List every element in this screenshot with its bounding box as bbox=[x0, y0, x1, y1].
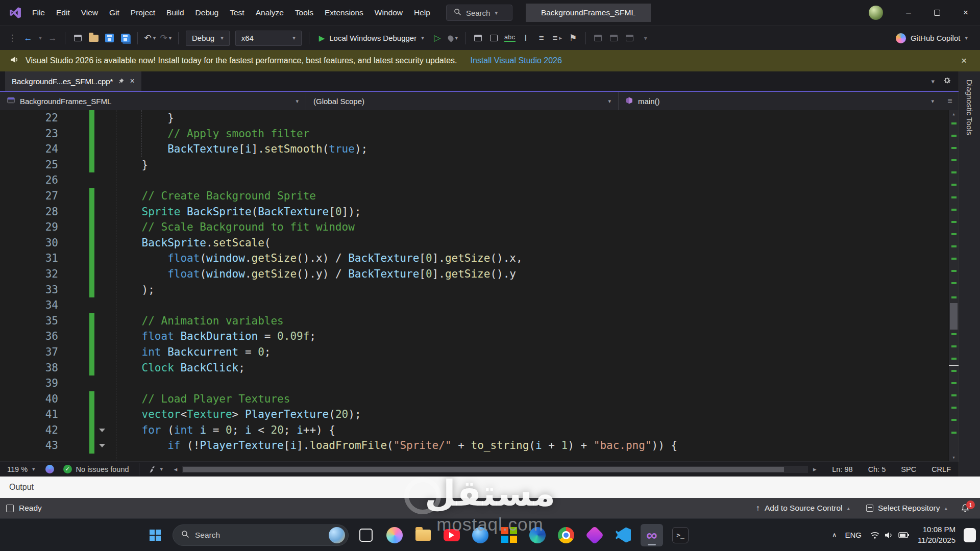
ime-cursor-button[interactable]: I bbox=[519, 30, 533, 46]
scope-dropdown[interactable]: (Global Scope) ▾ bbox=[306, 92, 619, 110]
navigate-back-button[interactable]: ← bbox=[21, 30, 35, 46]
maximize-button[interactable] bbox=[923, 0, 951, 26]
microsoft-store-button[interactable] bbox=[498, 524, 520, 546]
menu-test[interactable]: Test bbox=[224, 0, 250, 26]
code-line[interactable]: 24 BackTexture[i].setSmooth(true); bbox=[0, 141, 959, 157]
visual-studio-button[interactable]: ∞ bbox=[641, 524, 663, 546]
menu-window[interactable]: Window bbox=[369, 0, 408, 26]
code-line[interactable]: 35 // Animation variables bbox=[0, 313, 959, 329]
save-button[interactable] bbox=[102, 30, 116, 46]
chrome-button[interactable] bbox=[555, 524, 577, 546]
code-line[interactable]: 42 for (int i = 0; i < 20; i++) { bbox=[0, 422, 959, 438]
scroll-right-icon[interactable]: ▸ bbox=[808, 465, 821, 473]
menu-edit[interactable]: Edit bbox=[51, 0, 76, 26]
project-dropdown[interactable]: BackgroundFrames_SFML ▾ bbox=[0, 92, 306, 110]
code-line[interactable]: 39 bbox=[0, 375, 959, 391]
edge-button[interactable] bbox=[526, 524, 549, 546]
taskbar-clock[interactable]: 10:08 PM 11/20/2025 bbox=[918, 524, 955, 545]
code-line[interactable]: 32 float(window.getSize().y) / BackTextu… bbox=[0, 266, 959, 282]
spell-check-button[interactable]: abc bbox=[503, 30, 517, 46]
code-line[interactable]: 26 bbox=[0, 172, 959, 188]
disabled-tool-button[interactable] bbox=[591, 30, 605, 46]
taskbar-search[interactable]: Search bbox=[173, 524, 349, 546]
whitespace-indicator[interactable]: SPC bbox=[893, 465, 924, 473]
find-in-files-button[interactable] bbox=[471, 30, 485, 46]
install-vs2026-link[interactable]: Install Visual Studio 2026 bbox=[471, 56, 562, 65]
menu-extensions[interactable]: Extensions bbox=[319, 0, 369, 26]
redo-button[interactable]: ↷▾ bbox=[159, 30, 173, 46]
pin-icon[interactable] bbox=[118, 77, 125, 86]
scrollbar-thumb[interactable] bbox=[950, 303, 958, 330]
copilot-app-button[interactable] bbox=[383, 524, 406, 546]
system-tray[interactable] bbox=[870, 531, 910, 539]
code-line[interactable]: 22 } bbox=[0, 110, 959, 126]
tray-overflow-chevron-icon[interactable]: ∧ bbox=[832, 531, 837, 539]
open-folder-button[interactable] bbox=[86, 30, 101, 46]
menu-debug[interactable]: Debug bbox=[190, 0, 225, 26]
close-button[interactable]: × bbox=[951, 0, 980, 26]
issues-indicator[interactable]: ✓ No issues found bbox=[57, 465, 135, 473]
select-repository-button[interactable]: Select Repository ▴ bbox=[858, 498, 955, 518]
github-copilot-button[interactable]: GitHub Copilot ▾ bbox=[896, 33, 975, 43]
youtube-button[interactable] bbox=[440, 524, 463, 546]
scroll-up-icon[interactable]: ▴ bbox=[949, 111, 959, 117]
bookmark-button[interactable]: ⚑ bbox=[566, 30, 580, 46]
start-debugging-button[interactable]: ▶ Local Windows Debugger ▾ bbox=[314, 34, 429, 43]
infobar-close-icon[interactable]: × bbox=[957, 55, 971, 66]
code-line[interactable]: 31 float(window.getSize().x) / BackTextu… bbox=[0, 251, 959, 266]
code-line[interactable]: 41 vector<Texture> PlayerTexture(20); bbox=[0, 407, 959, 422]
tab-list-chevron-icon[interactable]: ▾ bbox=[931, 78, 935, 85]
vscode-button[interactable] bbox=[612, 524, 634, 546]
scroll-left-icon[interactable]: ◂ bbox=[169, 465, 182, 473]
start-without-debugging-button[interactable]: ▷ bbox=[430, 30, 445, 46]
horizontal-scrollbar[interactable] bbox=[182, 466, 808, 473]
menu-project[interactable]: Project bbox=[125, 0, 161, 26]
magenta-app-button[interactable] bbox=[583, 524, 606, 546]
zoom-control[interactable]: 119 % ▾ bbox=[0, 465, 42, 473]
code-line[interactable]: 29 // Scale Background to fit window bbox=[0, 219, 959, 235]
fold-collapse-icon[interactable] bbox=[94, 422, 110, 438]
menu-view[interactable]: View bbox=[76, 0, 104, 26]
vertical-scrollbar[interactable]: ▴ ▾ bbox=[948, 110, 959, 461]
blue-orb-app-button[interactable] bbox=[469, 524, 492, 546]
notifications-button[interactable]: 1 bbox=[955, 498, 980, 518]
code-line[interactable]: 36 float BackDuration = 0.09f; bbox=[0, 329, 959, 344]
format-document-button[interactable]: ≡ bbox=[534, 30, 549, 46]
weather-icon[interactable] bbox=[329, 527, 345, 543]
menu-file[interactable]: File bbox=[27, 0, 51, 26]
code-line[interactable]: 37 int Backcurrent = 0; bbox=[0, 344, 959, 360]
line-indicator[interactable]: Ln: 98 bbox=[824, 465, 860, 473]
diagnostic-tools-tab[interactable]: Diagnostic Tools bbox=[959, 71, 980, 477]
code-line[interactable]: 28 Sprite BackSprite(BackTexture[0]); bbox=[0, 204, 959, 220]
menu-help[interactable]: Help bbox=[408, 0, 436, 26]
line-ending-indicator[interactable]: CRLF bbox=[924, 465, 959, 473]
code-line[interactable]: 23 // Apply smooth filter bbox=[0, 126, 959, 142]
code-editor[interactable]: 22 }23 // Apply smooth filter24 BackText… bbox=[0, 110, 959, 461]
code-line[interactable]: 33 ); bbox=[0, 282, 959, 298]
start-button[interactable] bbox=[144, 524, 166, 546]
tab-backgroundframes-cpp[interactable]: BackgroundF...es_SFML.cpp* × bbox=[5, 71, 141, 91]
menu-tools[interactable]: Tools bbox=[289, 0, 319, 26]
scroll-down-icon[interactable]: ▾ bbox=[949, 454, 959, 461]
solution-platform-dropdown[interactable]: x64 ▾ bbox=[235, 31, 302, 46]
terminal-button[interactable]: >_ bbox=[669, 524, 692, 546]
undo-button[interactable]: ↶▾ bbox=[143, 30, 157, 46]
navigate-forward-button[interactable]: → bbox=[45, 30, 60, 46]
code-line[interactable]: 38 Clock BackClick; bbox=[0, 360, 959, 376]
disabled-tool-button[interactable] bbox=[623, 30, 637, 46]
member-dropdown[interactable]: main() ▾ bbox=[619, 92, 941, 110]
code-line[interactable]: 34 bbox=[0, 297, 959, 313]
navbar-options-icon[interactable]: ≡ bbox=[941, 92, 959, 110]
task-view-button[interactable] bbox=[355, 524, 377, 546]
preview-window-button[interactable] bbox=[487, 30, 501, 46]
code-cleanup-button[interactable]: ▾ bbox=[143, 465, 169, 473]
minimize-button[interactable]: – bbox=[894, 0, 923, 26]
code-line[interactable]: 27 // Create Background Sprite bbox=[0, 188, 959, 204]
menu-analyze[interactable]: Analyze bbox=[250, 0, 289, 26]
tab-close-icon[interactable]: × bbox=[130, 77, 134, 86]
code-line[interactable]: 25 } bbox=[0, 157, 959, 173]
file-explorer-button[interactable] bbox=[412, 524, 434, 546]
code-line[interactable]: 30 BackSprite.setScale( bbox=[0, 235, 959, 251]
disabled-tool-button[interactable] bbox=[607, 30, 621, 46]
add-to-source-control-button[interactable]: ↑ Add to Source Control ▴ bbox=[748, 498, 858, 518]
